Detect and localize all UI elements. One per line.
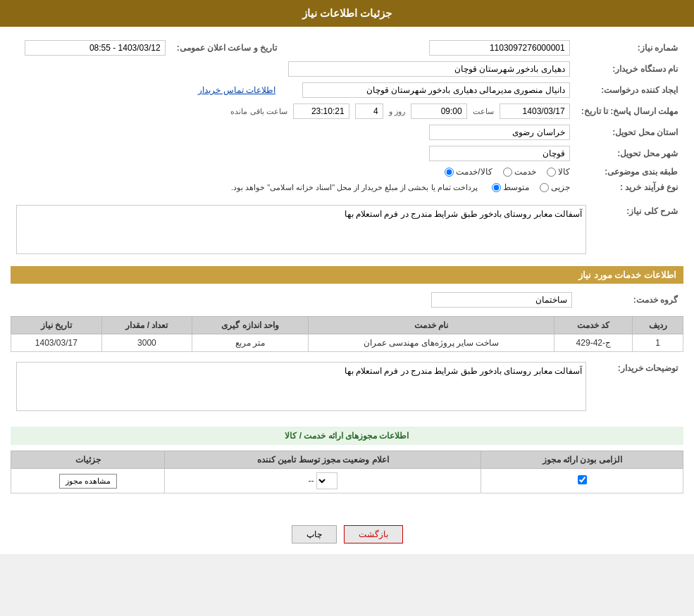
category-label: طبقه بندی موضوعی:	[576, 164, 683, 180]
col-quantity: تعداد / مقدار	[101, 317, 192, 334]
category-khedmat-label: خدمت	[514, 167, 536, 177]
deadline-days-input[interactable]	[355, 103, 383, 119]
category-kala-radio[interactable]	[547, 168, 556, 177]
category-both-label: کالا/خدمت	[456, 167, 492, 177]
perm-details-cell: مشاهده مجوز	[11, 469, 165, 494]
process-jozyi-radio[interactable]	[540, 183, 549, 192]
perm-col-supplier: اعلام وضعیت مجوز توسط تامین کننده	[165, 451, 481, 469]
deadline-label: مهلت ارسال پاسخ: تا تاریخ:	[576, 101, 683, 122]
category-kala-label: کالا	[558, 167, 570, 177]
col-service-code: کد خدمت	[554, 317, 633, 334]
need-number-input[interactable]	[429, 40, 570, 56]
print-button[interactable]: چاپ	[292, 525, 337, 543]
back-button[interactable]: بازگشت	[344, 525, 403, 543]
perm-mandatory-cell	[481, 469, 683, 494]
process-motavasset-option[interactable]: متوسط	[492, 182, 529, 192]
announce-input[interactable]	[25, 40, 166, 56]
perm-supplier-value: --	[308, 476, 314, 486]
category-khedmat-radio[interactable]	[503, 168, 512, 177]
cell-name: ساخت سایر پروژه‌های مهندسی عمران	[308, 334, 554, 352]
need-number-label: شماره نیاز:	[576, 37, 683, 58]
creator-input[interactable]	[302, 82, 570, 98]
process-motavasset-label: متوسط	[503, 182, 529, 192]
services-section-title: اطلاعات خدمات مورد نیاز	[11, 266, 683, 284]
day-label: روز و	[389, 107, 405, 116]
col-unit: واحد اندازه گیری	[192, 317, 309, 334]
perm-col-mandatory: الزامی بودن ارائه مجوز	[481, 451, 683, 469]
remaining-label: ساعت باقی مانده	[230, 107, 287, 116]
process-label: نوع فرآیند خرید :	[576, 180, 683, 195]
cell-code: ج-42-429	[554, 334, 633, 352]
city-label: شهر محل تحویل:	[576, 143, 683, 164]
permissions-table: الزامی بودن ارائه مجوز اعلام وضعیت مجوز …	[11, 451, 683, 494]
cell-quantity: 3000	[101, 334, 192, 352]
province-label: استان محل تحویل:	[576, 122, 683, 143]
need-description-textarea[interactable]	[16, 205, 586, 254]
province-input[interactable]	[429, 125, 570, 140]
deadline-remaining-input[interactable]	[293, 103, 349, 119]
process-jozyi-label: جزیی	[551, 182, 570, 192]
buyer-org-label: نام دستگاه خریدار:	[576, 58, 683, 80]
list-item: ∨ -- مشاهده مجوز	[11, 469, 683, 494]
process-jozyi-option[interactable]: جزیی	[540, 182, 570, 192]
services-table: ردیف کد خدمت نام خدمت واحد اندازه گیری ت…	[11, 316, 683, 352]
permissions-section-title: اطلاعات مجوزهای ارائه خدمت / کالا	[11, 427, 683, 445]
contact-info-link[interactable]: اطلاعات تماس خریدار	[198, 85, 275, 95]
time-label: ساعت	[473, 107, 494, 116]
table-row: 1 ج-42-429 ساخت سایر پروژه‌های مهندسی عم…	[11, 334, 683, 352]
footer-buttons: بازگشت چاپ	[0, 515, 694, 554]
col-row-num: ردیف	[633, 317, 683, 334]
city-input[interactable]	[429, 146, 570, 161]
service-group-label: گروه خدمت:	[578, 289, 683, 310]
buyer-desc-label: توضیحات خریدار:	[592, 359, 683, 416]
category-kala-option[interactable]: کالا	[547, 167, 570, 177]
process-note: پرداخت تمام یا بخشی از مبلغ خریدار از مح…	[231, 183, 478, 192]
service-group-input[interactable]	[431, 292, 572, 308]
perm-col-details: جزئیات	[11, 451, 165, 469]
deadline-time-input[interactable]	[411, 103, 467, 119]
deadline-date-input[interactable]	[500, 103, 570, 119]
buyer-org-input[interactable]	[288, 61, 570, 77]
col-service-name: نام خدمت	[308, 317, 554, 334]
perm-supplier-cell: ∨ --	[165, 469, 481, 494]
category-both-radio[interactable]	[445, 168, 454, 177]
col-need-date: تاریخ نیاز	[11, 317, 102, 334]
page-header: جزئیات اطلاعات نیاز	[0, 0, 694, 27]
announce-label: تاریخ و ساعت اعلان عمومی:	[171, 37, 283, 58]
creator-label: ایجاد کننده درخواست:	[576, 80, 683, 101]
cell-unit: متر مربع	[192, 334, 309, 352]
perm-supplier-select[interactable]: ∨	[316, 472, 337, 489]
process-motavasset-radio[interactable]	[492, 183, 501, 192]
category-khedmat-option[interactable]: خدمت	[503, 167, 536, 177]
buyer-description-textarea[interactable]	[16, 362, 586, 411]
page-title: جزئیات اطلاعات نیاز	[302, 7, 392, 19]
cell-date: 1403/03/17	[11, 334, 102, 352]
category-both-option[interactable]: کالا/خدمت	[445, 167, 492, 177]
view-permit-button[interactable]: مشاهده مجوز	[59, 474, 117, 489]
perm-mandatory-checkbox[interactable]	[578, 475, 587, 484]
cell-row: 1	[633, 334, 683, 352]
need-description-label: شرح کلی نیاز:	[592, 202, 683, 259]
